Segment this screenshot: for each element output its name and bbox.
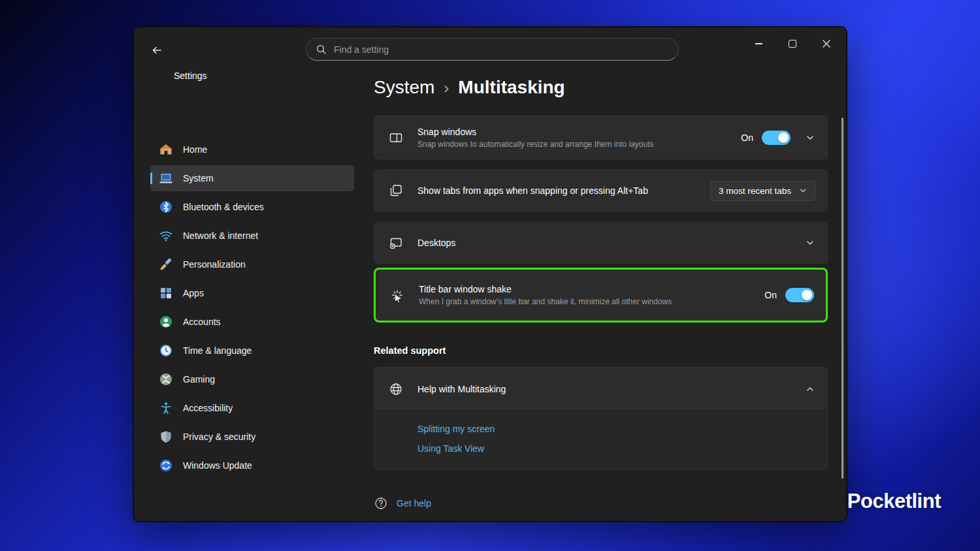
sidebar-item-home[interactable]: Home <box>150 136 354 163</box>
sidebar-item-gaming[interactable]: Gaming <box>150 366 354 392</box>
desktops-icon <box>374 223 417 263</box>
snap-windows-card[interactable]: Snap windows Snap windows to automatical… <box>374 116 828 159</box>
maximize-icon <box>789 40 796 48</box>
apps-icon <box>159 286 173 300</box>
support-link-task-view[interactable]: Using Task View <box>417 443 484 454</box>
chevron-down-icon <box>799 187 807 195</box>
sidebar-item-label: Apps <box>183 288 204 298</box>
related-support-heading: Related support <box>374 345 828 358</box>
tabs-icon <box>374 170 417 211</box>
sidebar-item-accessibility[interactable]: Accessibility <box>150 395 354 421</box>
breadcrumb-system[interactable]: System <box>374 77 434 98</box>
gaming-icon <box>159 372 173 386</box>
mouse-cursor-icon <box>392 291 404 306</box>
title-bar-window-shake-title: Title bar window shake <box>419 284 764 294</box>
chevron-down-icon[interactable] <box>805 133 815 142</box>
show-tabs-dropdown[interactable]: 3 most recent tabs <box>710 181 815 201</box>
show-tabs-title: Show tabs from apps when snapping or pre… <box>417 185 710 196</box>
shield-icon <box>159 430 173 444</box>
sidebar-item-label: Privacy & security <box>183 432 255 442</box>
time-language-icon <box>159 343 173 358</box>
sidebar-item-windows-update[interactable]: Windows Update <box>150 452 354 479</box>
settings-window: Settings Home System Bluetooth <box>133 26 847 522</box>
sidebar-item-accounts[interactable]: Accounts <box>150 309 354 335</box>
minimize-button[interactable] <box>744 34 773 54</box>
get-help-label: Get help <box>397 498 431 509</box>
sidebar-item-apps[interactable]: Apps <box>150 280 354 306</box>
pocketlint-watermark: Pocketlint <box>847 490 941 513</box>
system-icon <box>159 171 173 185</box>
snap-windows-title: Snap windows <box>417 127 741 137</box>
snap-windows-toggle[interactable] <box>762 131 791 145</box>
title-bar-window-shake-toggle[interactable] <box>785 288 814 302</box>
sidebar-item-label: Accessibility <box>183 403 233 413</box>
breadcrumb-separator-icon: › <box>444 78 449 97</box>
help-expander: Help with Multitasking Splitting my scre… <box>374 367 828 470</box>
sidebar-item-label: Time & language <box>183 345 252 356</box>
back-button[interactable] <box>148 42 165 59</box>
chevron-down-icon[interactable] <box>805 238 815 247</box>
title-bar-window-shake-description: When I grab a window’s title bar and sha… <box>419 297 764 306</box>
support-link-splitting-screen[interactable]: Splitting my screen <box>417 424 495 434</box>
home-icon <box>159 142 173 157</box>
help-expander-body: Splitting my screen Using Task View <box>374 410 827 469</box>
desktops-card[interactable]: Desktops <box>374 222 828 264</box>
desktops-title: Desktops <box>417 238 805 248</box>
close-icon <box>823 40 830 48</box>
get-help-link[interactable]: Get help <box>374 496 431 511</box>
windows-update-icon <box>159 458 173 473</box>
sidebar-item-label: Accounts <box>183 317 221 327</box>
snap-windows-icon <box>374 116 417 159</box>
globe-icon <box>374 368 417 410</box>
desktop-background: Settings Home System Bluetooth <box>0 0 980 551</box>
scrollbar-thumb[interactable] <box>841 118 843 479</box>
bluetooth-icon <box>159 200 173 214</box>
page-title: Multitasking <box>458 77 564 98</box>
personalization-icon <box>159 257 173 272</box>
sidebar-item-label: System <box>183 173 214 183</box>
sidebar-item-label: Gaming <box>183 374 215 385</box>
sidebar-item-label: Bluetooth & devices <box>183 202 264 212</box>
search-icon <box>316 44 327 55</box>
chevron-up-icon[interactable] <box>805 385 815 394</box>
sidebar-item-label: Network & internet <box>183 230 258 241</box>
search-input[interactable] <box>333 44 669 55</box>
show-tabs-card: Show tabs from apps when snapping or pre… <box>374 170 828 212</box>
title-bar-window-shake-toggle-label: On <box>764 290 777 300</box>
accessibility-icon <box>159 401 173 415</box>
get-help-icon <box>374 496 388 511</box>
window-controls <box>744 34 841 54</box>
toggle-knob <box>802 290 812 300</box>
show-tabs-dropdown-value: 3 most recent tabs <box>719 186 791 196</box>
sidebar-item-personalization[interactable]: Personalization <box>150 251 354 277</box>
help-expander-header[interactable]: Help with Multitasking <box>374 368 827 410</box>
search-box <box>306 38 679 61</box>
sidebar-item-privacy-security[interactable]: Privacy & security <box>150 424 354 450</box>
sidebar: Home System Bluetooth & devices Network … <box>150 136 354 481</box>
minimize-icon <box>755 43 762 44</box>
sidebar-item-network-internet[interactable]: Network & internet <box>150 223 354 249</box>
toggle-knob <box>778 133 789 143</box>
title-bar-window-shake-card: Title bar window shake When I grab a win… <box>374 268 828 323</box>
sidebar-item-system[interactable]: System <box>150 165 354 191</box>
app-title: Settings <box>174 71 207 81</box>
sidebar-item-label: Personalization <box>183 259 246 270</box>
sidebar-item-bluetooth-devices[interactable]: Bluetooth & devices <box>150 194 354 220</box>
main-content: System › Multitasking Snap windows Snap … <box>374 74 828 511</box>
maximize-button[interactable] <box>778 34 807 54</box>
network-icon <box>159 228 173 243</box>
back-arrow-icon <box>152 45 162 55</box>
snap-windows-toggle-label: On <box>741 133 753 143</box>
window-shake-icon <box>376 270 419 321</box>
sidebar-item-label: Home <box>183 144 207 155</box>
sidebar-item-time-language[interactable]: Time & language <box>150 338 354 364</box>
sidebar-item-label: Windows Update <box>183 460 252 471</box>
snap-windows-description: Snap windows to automatically resize and… <box>417 140 741 149</box>
accounts-icon <box>159 315 173 329</box>
breadcrumb: System › Multitasking <box>374 74 828 101</box>
help-expander-title: Help with Multitasking <box>417 384 805 394</box>
close-button[interactable] <box>812 34 841 54</box>
